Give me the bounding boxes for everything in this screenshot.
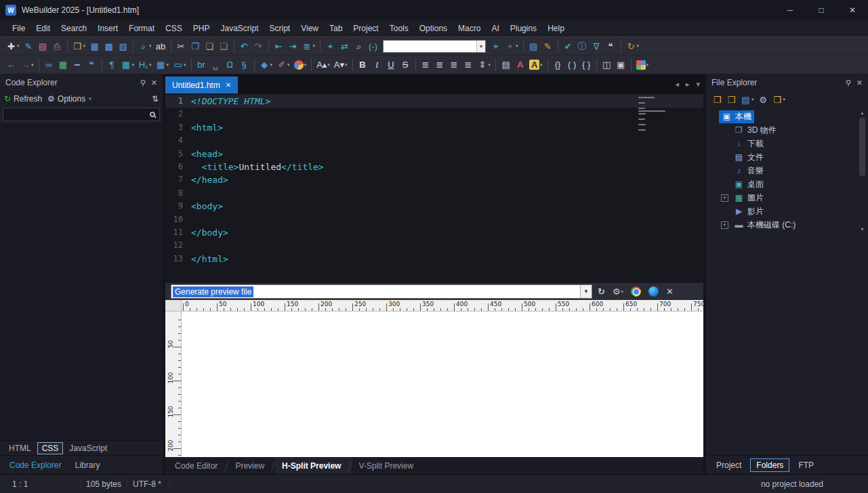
insert-form-button[interactable]: ▭▾: [171, 58, 188, 72]
color-picker-button[interactable]: ▾: [292, 58, 309, 72]
tab-v-split-preview[interactable]: V-Split Preview: [352, 458, 424, 474]
chevron-down-icon[interactable]: ▾: [304, 62, 307, 68]
minimize-icon[interactable]: ─: [774, 0, 806, 20]
sort-button[interactable]: ⇅: [152, 94, 159, 104]
chevron-down-icon[interactable]: ▾: [149, 62, 152, 68]
tree-item[interactable]: +▬本機磁碟 (C:): [706, 218, 868, 232]
close-icon[interactable]: ✕: [837, 0, 868, 20]
menu-tab[interactable]: Tab: [324, 22, 348, 35]
heading-button[interactable]: H₁▾: [136, 58, 154, 72]
tab-javascript[interactable]: JavaScript: [64, 442, 112, 454]
menu-plugins[interactable]: Plugins: [505, 22, 542, 35]
menu-ai[interactable]: AI: [486, 22, 504, 35]
insert-image-button[interactable]: ▦: [56, 58, 70, 72]
code-blocks-button[interactable]: { }: [579, 58, 594, 72]
comments-button[interactable]: ❝: [604, 39, 618, 53]
filter-button[interactable]: ∇: [590, 39, 604, 53]
menu-insert[interactable]: Insert: [92, 22, 123, 35]
save-file-button[interactable]: ▦: [87, 39, 102, 53]
open-in-chrome-button[interactable]: [629, 286, 643, 297]
css-style-button[interactable]: ◆▾: [257, 58, 275, 72]
browse-folder-button[interactable]: ❒: [710, 92, 724, 107]
chevron-down-icon[interactable]: ▾: [17, 43, 20, 49]
copy-button[interactable]: ❐: [188, 39, 203, 53]
view-mode-button[interactable]: ▤▾: [739, 92, 756, 107]
spell-check-button[interactable]: ab: [154, 39, 168, 53]
replace-button[interactable]: ⇄: [337, 39, 352, 53]
chevron-down-icon[interactable]: ▾: [149, 43, 152, 49]
unindent-button[interactable]: ⇤: [272, 39, 286, 53]
menu-view[interactable]: View: [295, 22, 324, 35]
chevron-down-icon[interactable]: ▾: [270, 62, 273, 68]
font-color-button[interactable]: A: [513, 58, 527, 72]
tree-item[interactable]: ▤文件: [706, 150, 868, 164]
tab-menu-icon[interactable]: ▾: [693, 80, 703, 89]
tab-h-split-preview[interactable]: H-Split Preview: [275, 458, 352, 474]
find-in-files-button[interactable]: ⌕: [352, 39, 366, 53]
close-tab-icon[interactable]: ✕: [226, 81, 231, 89]
refresh-preview-button[interactable]: ↻: [596, 286, 607, 297]
paragraph-button[interactable]: ¶: [105, 58, 119, 72]
menu-edit[interactable]: Edit: [30, 22, 56, 35]
tree-item[interactable]: ↓下載: [706, 137, 868, 150]
refresh-browser-button[interactable]: ↻▾: [624, 39, 642, 53]
decrease-font-button[interactable]: A▾▾: [332, 58, 350, 72]
tree-item[interactable]: ❒3D 物件: [706, 123, 868, 137]
document-info-button[interactable]: ⓘ: [575, 39, 590, 53]
open-in-edge-button[interactable]: [646, 286, 661, 297]
increase-font-button[interactable]: A▴▾: [314, 58, 332, 72]
code-explorer-search-input[interactable]: [3, 108, 160, 121]
menu-css[interactable]: CSS: [160, 22, 188, 35]
code-line[interactable]: 6 <title>Untitled</title>: [165, 160, 703, 173]
special-characters-button[interactable]: §: [237, 58, 251, 72]
edit-highlight-button[interactable]: ✎: [541, 39, 555, 53]
preview-url-combo[interactable]: Generate preview file ▼: [171, 284, 592, 299]
code-line[interactable]: 12: [165, 239, 703, 252]
chevron-down-icon[interactable]: ▾: [783, 97, 786, 102]
menu-format[interactable]: Format: [123, 22, 160, 35]
insert-table-button[interactable]: ▦▾: [119, 58, 137, 72]
tab-preview[interactable]: Preview: [228, 458, 275, 474]
code-line[interactable]: 2: [165, 108, 703, 121]
refresh-button[interactable]: ↻ Refresh: [4, 94, 42, 104]
code-explorer-content[interactable]: [0, 123, 163, 440]
expand-icon[interactable]: +: [721, 221, 728, 229]
align-center-button[interactable]: ≣: [433, 58, 447, 72]
chevron-down-icon[interactable]: ▾: [489, 62, 491, 68]
scroll-down-icon[interactable]: ▾: [861, 226, 863, 233]
code-line[interactable]: 3<html>: [165, 121, 703, 134]
scroll-up-icon[interactable]: ▴: [861, 110, 863, 116]
favorites-folder-button[interactable]: ❒: [724, 92, 739, 107]
chevron-down-icon[interactable]: ▾: [184, 62, 186, 68]
reopen-file-button[interactable]: ▤: [36, 39, 50, 53]
non-breaking-space-button[interactable]: ␣: [209, 58, 223, 72]
options-button[interactable]: ⚙ Options ▾: [47, 94, 91, 104]
horizontal-rule-button[interactable]: ━: [70, 58, 85, 72]
underline-button[interactable]: U: [384, 58, 398, 72]
tree-item[interactable]: ♪音樂: [706, 164, 868, 177]
paste-button[interactable]: ❏: [203, 39, 217, 53]
maximize-icon[interactable]: □: [806, 0, 837, 20]
close-panel-icon[interactable]: ✕: [151, 79, 157, 87]
line-break-button[interactable]: br: [194, 58, 209, 72]
document-map-button[interactable]: ▤: [526, 39, 541, 53]
toolbar-search-combo[interactable]: ▾: [383, 40, 486, 53]
code-editor[interactable]: 1<!DOCTYPE HTML>23<html>45<head>6 <title…: [165, 93, 703, 282]
chevron-down-icon[interactable]: ▾: [751, 97, 754, 102]
close-panel-icon[interactable]: ✕: [856, 79, 863, 87]
align-right-button[interactable]: ≣: [447, 58, 461, 72]
menu-project[interactable]: Project: [348, 22, 384, 35]
indent-button[interactable]: ⇥: [286, 39, 300, 53]
find-next-button[interactable]: ⌖: [489, 39, 503, 53]
chevron-down-icon[interactable]: ▾: [287, 62, 290, 68]
table-wizard-button[interactable]: ▦▾: [154, 58, 171, 72]
full-screen-button[interactable]: ▣: [614, 58, 628, 72]
code-line[interactable]: 1<!DOCTYPE HTML>: [165, 95, 703, 108]
bold-button[interactable]: B: [356, 58, 370, 72]
code-line[interactable]: 9<body>: [165, 200, 703, 213]
code-line[interactable]: 4: [165, 134, 703, 147]
surround-with-button[interactable]: (-): [366, 39, 380, 53]
code-line[interactable]: 10: [165, 213, 703, 226]
menu-help[interactable]: Help: [542, 22, 570, 35]
paste-special-button[interactable]: ❏: [217, 39, 231, 53]
